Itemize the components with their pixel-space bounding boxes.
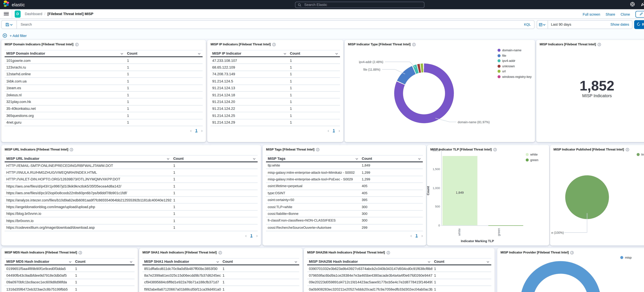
legend-item[interactable]: white [526,153,538,156]
table-cell[interactable]: 1 [172,162,258,169]
table-row[interactable]: 123vrachi.ru1 [5,64,202,71]
table-cell[interactable]: 1 [172,224,258,231]
table-cell[interactable]: https://analyze.intezer.com/files/b10d9a… [5,197,172,203]
table-row[interactable]: https://aes.one/files/d/p43/r1jv9967jd1i… [5,183,258,190]
legend-item[interactable]: windows-registry-key [498,75,532,78]
table-cell[interactable]: 300 [360,204,423,210]
pagination-page-1[interactable]: 1 [333,128,335,133]
time-range-value[interactable]: Last 90 days [548,22,610,27]
table-cell[interactable]: 1 [172,211,258,217]
legend-item[interactable]: domain-name [498,48,532,52]
table-cell[interactable]: 1 [125,112,202,119]
table-cell[interactable]: 1 [288,78,340,84]
table-row[interactable]: 68.65.122.1091 [210,64,340,71]
table-cell[interactable]: 079659fac6bd9a1ce28384e7e3a465be4380acad… [307,272,432,278]
info-icon[interactable]: i [316,148,320,151]
query-input[interactable] [17,22,524,27]
table-row[interactable]: 2ekeus.nl1 [5,92,202,98]
saved-query-button[interactable] [2,20,17,28]
table-cell[interactable]: 74.208.73.149 [210,71,288,78]
table-cell[interactable]: 1 [125,64,202,71]
table-cell[interactable]: https://blog.br0vvnn.io [5,211,172,217]
table-cell[interactable]: 321play.com.hk [5,99,125,105]
pagination-next[interactable]: › [338,128,340,133]
table-cell[interactable]: 1 [125,78,202,84]
column-header-tags[interactable]: MISP Tags [266,156,360,161]
table-row[interactable]: 47.233.108.1071 [210,57,340,64]
pagination-page-1[interactable]: 1 [196,128,197,133]
table-cell[interactable]: 1team.es [5,85,125,91]
table-row[interactable]: 74.208.73.1491 [210,71,340,78]
table-cell[interactable]: 1 [74,279,134,285]
table-cell[interactable]: 0390701032e3b623a9b43927c6374abcb2c040b3… [307,265,432,272]
share-button[interactable]: Share [606,12,615,16]
elastic-brand[interactable]: elastic [0,1,25,9]
table-cell[interactable]: misp-galaxy:mitre-enterprise-attack-tool… [266,169,360,176]
table-cell[interactable]: 0a0b908283ec320211e20527ebbb20cad17fc9a7… [307,286,432,292]
table-cell[interactable]: 1 [288,71,340,78]
table-cell[interactable]: 101gowrie.com [5,57,125,64]
column-header-count[interactable]: Count [288,51,340,57]
pagination-next[interactable]: › [421,233,423,238]
table-row[interactable]: cf943895684c6ff8d1e922a76b71a188cfb371d7… [142,279,299,286]
table-cell[interactable]: 405 [360,190,423,196]
table-row[interactable]: https://br0vvnn.io1 [5,217,258,224]
table-cell[interactable]: 91.214.124.13 [210,85,288,91]
column-header-count[interactable]: Count [172,156,258,161]
table-cell[interactable]: 1,849 [360,162,423,169]
table-cell[interactable]: cossi:RechercheSourceOuverte=Autorisee [266,224,360,231]
table-cell[interactable]: 1 [288,99,340,105]
help-icon[interactable] [630,1,635,9]
table-cell[interactable]: cossi:fiabilite=Bonne [266,211,360,217]
table-cell[interactable]: 1 [125,105,202,112]
table-cell[interactable]: f992abe8a67120667a01b88cd5bf11ca39d491a0 [142,286,221,292]
table-cell[interactable]: 1 [172,183,258,189]
table-cell[interactable]: 91.214.124.25 [210,112,288,119]
menu-icon[interactable] [4,12,9,16]
info-icon[interactable]: i [272,43,276,46]
table-cell[interactable]: misp-galaxy:mitre-enterprise-attack-tool… [266,176,360,182]
table-cell[interactable]: https://br0vvnn.io [5,217,172,224]
table-cell[interactable]: 12starhd.online [5,71,125,78]
table-row[interactable]: 1316d35f6472eb323ae2c8b75199fbb51 [5,286,134,292]
column-header-count[interactable]: Count [360,156,423,161]
column-header-count[interactable]: Count [432,259,491,264]
table-row[interactable]: cossi:TLP=white300 [266,204,423,210]
column-header-ip[interactable]: MISP IP Indicator [210,51,288,57]
edit-button[interactable]: Edit [635,11,644,18]
legend-item[interactable]: url [498,69,532,73]
table-cell[interactable]: 91.214.124.29 [210,119,288,126]
pagination-page-1[interactable]: 1 [250,233,252,238]
table-cell[interactable]: 1 [288,92,340,98]
table-cell[interactable]: HTTP://INULA.RU/HMGZHUG/VWEQNRH/INDEX.HT… [5,169,172,176]
filter-icon[interactable] [2,32,7,40]
column-header-count[interactable]: Count [74,259,134,264]
table-row[interactable]: 101gowrie.com1 [5,57,202,64]
table-cell[interactable]: 1 [125,85,202,91]
table-cell[interactable]: 1 [432,265,491,272]
table-row[interactable]: 91.214.124.221 [210,105,340,112]
table-cell[interactable]: 851dffa6cd611dc70c9a0d5b487ff00bc3853f30 [142,265,221,272]
column-header-sha1[interactable]: MISP SHA1 Hash Indicator [142,259,221,264]
legend-item[interactable]: green [526,158,538,162]
bar-green[interactable] [488,225,523,225]
kql-switch[interactable]: KQL [524,23,534,26]
info-icon[interactable]: i [412,43,416,46]
table-cell[interactable]: 8a7e2399a61ec025c15d06ecdd9b7b37d6245ec2 [142,272,221,278]
table-cell[interactable]: 1 [172,176,258,182]
table-cell[interactable]: 1 [125,99,202,105]
table-cell[interactable]: 0199651f5aa4f89b90f1e9ced0f3dda5 [5,265,74,272]
table-cell[interactable]: 1 [288,85,340,91]
table-cell[interactable]: tlp:white [266,162,360,169]
provider-donut[interactable] [520,261,601,292]
table-cell[interactable]: 1 [172,197,258,203]
table-row[interactable]: cossi:fiabilite=Bonne300 [266,211,423,217]
table-cell[interactable]: type:OSINT [266,190,360,196]
column-header-domain[interactable]: MISP Domain Indicator [5,51,125,57]
table-cell[interactable]: 1 [288,64,340,71]
table-cell[interactable]: 405 [360,183,423,189]
table-cell[interactable]: 2ekeus.nl [5,92,125,98]
table-row[interactable]: cossi:RechercheSourceOuverte=Autorisee29… [266,224,423,231]
pagination-prev[interactable]: ‹ [328,128,329,133]
table-cell[interactable]: 1 [172,204,258,210]
